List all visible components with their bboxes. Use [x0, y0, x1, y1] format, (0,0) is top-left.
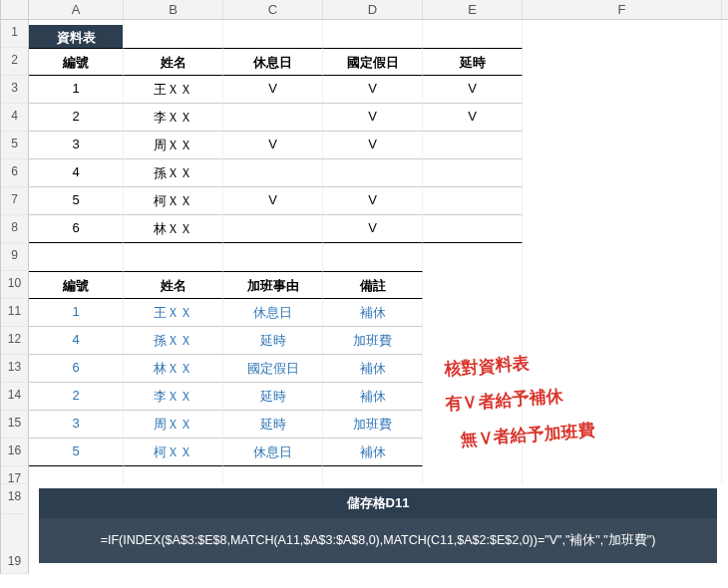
- tab-label: 資料表: [29, 25, 123, 48]
- t2-header-id[interactable]: 編號: [29, 271, 124, 299]
- formula-box: 儲存格D11 =IF(INDEX($A$3:$E$8,MATCH(A11,$A$…: [39, 488, 717, 563]
- table-cell[interactable]: 5: [29, 187, 124, 215]
- table-cell[interactable]: V: [223, 132, 323, 159]
- t1-header-rest[interactable]: 休息日: [223, 48, 323, 76]
- table-cell[interactable]: V: [323, 132, 423, 159]
- col-header-f[interactable]: F: [523, 0, 722, 19]
- row-header-6[interactable]: 6: [1, 159, 29, 187]
- table-cell[interactable]: 柯ＸＸ: [124, 187, 223, 215]
- row-header-18[interactable]: 18: [1, 484, 29, 514]
- table-cell[interactable]: 休息日: [223, 439, 323, 466]
- row-header-19[interactable]: 19: [1, 514, 29, 574]
- table-cell[interactable]: 柯ＸＸ: [124, 439, 223, 466]
- row-header-11[interactable]: 11: [1, 299, 29, 327]
- col-header-a[interactable]: A: [29, 0, 124, 19]
- table-cell[interactable]: 王ＸＸ: [124, 299, 223, 327]
- table-cell[interactable]: 林ＸＸ: [124, 355, 223, 383]
- table-cell[interactable]: 加班費: [323, 411, 423, 439]
- row-header-16[interactable]: 16: [1, 439, 29, 466]
- spreadsheet: A B C D E F 1 資料表 2 編號 姓名 休息日 國定假日 延時 31…: [0, 0, 728, 574]
- table-cell[interactable]: 4: [29, 327, 124, 355]
- t2-header-note[interactable]: 備註: [323, 271, 423, 299]
- table-cell[interactable]: 李ＸＸ: [124, 383, 223, 411]
- cell-a1[interactable]: 資料表: [29, 20, 124, 48]
- table-cell[interactable]: V: [423, 76, 523, 104]
- table-cell[interactable]: 3: [29, 132, 124, 159]
- table-cell[interactable]: V: [223, 187, 323, 215]
- table-cell[interactable]: 5: [29, 439, 124, 466]
- table-cell[interactable]: V: [423, 104, 523, 132]
- table-cell[interactable]: 周ＸＸ: [124, 411, 223, 439]
- table-cell[interactable]: [223, 104, 323, 132]
- row-header-12[interactable]: 12: [1, 327, 29, 355]
- table-cell[interactable]: 2: [29, 104, 124, 132]
- table-cell[interactable]: 周ＸＸ: [124, 132, 223, 159]
- table-cell[interactable]: 休息日: [223, 299, 323, 327]
- table-cell[interactable]: 補休: [323, 439, 423, 466]
- table-cell[interactable]: 4: [29, 159, 124, 187]
- table-cell[interactable]: 補休: [323, 355, 423, 383]
- table-cell[interactable]: [423, 132, 523, 159]
- table-cell[interactable]: 延時: [223, 383, 323, 411]
- row-header-13[interactable]: 13: [1, 355, 29, 383]
- col-header-b[interactable]: B: [124, 0, 223, 19]
- table-cell[interactable]: [423, 215, 523, 243]
- table-cell[interactable]: 2: [29, 383, 124, 411]
- table-cell[interactable]: 6: [29, 215, 124, 243]
- table-cell[interactable]: 補休: [323, 383, 423, 411]
- table-cell[interactable]: 孫ＸＸ: [124, 327, 223, 355]
- t2-header-reason[interactable]: 加班事由: [223, 271, 323, 299]
- table-cell[interactable]: 延時: [223, 411, 323, 439]
- table-cell[interactable]: 延時: [223, 327, 323, 355]
- row-header-14[interactable]: 14: [1, 383, 29, 411]
- row-header-9[interactable]: 9: [1, 243, 29, 271]
- table-cell[interactable]: V: [323, 215, 423, 243]
- table-cell[interactable]: 1: [29, 76, 124, 104]
- t2-header-name[interactable]: 姓名: [124, 271, 223, 299]
- table-cell[interactable]: [223, 159, 323, 187]
- table-cell[interactable]: 國定假日: [223, 355, 323, 383]
- table-cell[interactable]: V: [323, 187, 423, 215]
- row-header-1[interactable]: 1: [1, 20, 29, 48]
- table-cell[interactable]: 3: [29, 411, 124, 439]
- column-headers: A B C D E F: [1, 0, 728, 20]
- row-header-17[interactable]: 17: [1, 466, 29, 484]
- row-header-15[interactable]: 15: [1, 411, 29, 439]
- formula-title: 儲存格D11: [39, 488, 717, 518]
- t1-header-id[interactable]: 編號: [29, 48, 124, 76]
- table-cell[interactable]: 6: [29, 355, 124, 383]
- row-header-7[interactable]: 7: [1, 187, 29, 215]
- row-header-4[interactable]: 4: [1, 104, 29, 132]
- col-header-e[interactable]: E: [423, 0, 523, 19]
- table-cell[interactable]: V: [323, 76, 423, 104]
- t1-header-overtime[interactable]: 延時: [423, 48, 523, 76]
- table-cell[interactable]: V: [323, 104, 423, 132]
- table-cell[interactable]: V: [223, 76, 323, 104]
- row-header-3[interactable]: 3: [1, 76, 29, 104]
- table-cell[interactable]: 加班費: [323, 327, 423, 355]
- row-header-5[interactable]: 5: [1, 132, 29, 159]
- row-header-2[interactable]: 2: [1, 48, 29, 76]
- table-cell[interactable]: 孫ＸＸ: [124, 159, 223, 187]
- table-cell[interactable]: [323, 159, 423, 187]
- table-cell[interactable]: 1: [29, 299, 124, 327]
- table-cell[interactable]: [423, 187, 523, 215]
- table-cell[interactable]: [423, 159, 523, 187]
- table-cell[interactable]: 李ＸＸ: [124, 104, 223, 132]
- table-cell[interactable]: [223, 215, 323, 243]
- formula-body: =IF(INDEX($A$3:$E$8,MATCH(A11,$A$3:$A$8,…: [39, 518, 717, 563]
- corner-cell[interactable]: [1, 0, 29, 19]
- table-cell[interactable]: 補休: [323, 299, 423, 327]
- table-cell[interactable]: 王ＸＸ: [124, 76, 223, 104]
- table-cell[interactable]: 林ＸＸ: [124, 215, 223, 243]
- col-header-d[interactable]: D: [323, 0, 423, 19]
- t1-header-name[interactable]: 姓名: [124, 48, 223, 76]
- row-header-8[interactable]: 8: [1, 215, 29, 243]
- row-header-10[interactable]: 10: [1, 271, 29, 299]
- t1-header-holiday[interactable]: 國定假日: [323, 48, 423, 76]
- col-header-c[interactable]: C: [223, 0, 323, 19]
